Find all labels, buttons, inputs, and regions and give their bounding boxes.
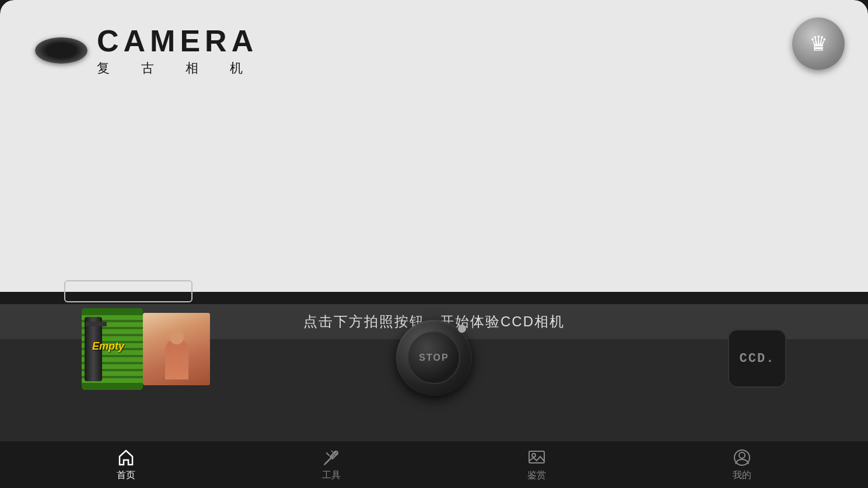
- film-bottom-sprockets: [82, 383, 143, 390]
- camera-lens-icon: [35, 37, 88, 64]
- film-canister-top: [86, 322, 107, 326]
- camera-view: CAMERA 复 古 相 机 ♛: [0, 0, 868, 292]
- premium-button[interactable]: ♛: [792, 18, 845, 70]
- home-icon: [117, 448, 135, 467]
- empty-label: Empty: [92, 340, 124, 353]
- nav-label-home: 首页: [117, 469, 135, 482]
- crown-icon: ♛: [809, 33, 828, 54]
- app-title: CAMERA: [97, 23, 258, 58]
- capture-button[interactable]: STOP: [396, 320, 472, 396]
- film-top-sprockets: [82, 308, 143, 315]
- nav-bar: 首页 工具 鉴赏: [0, 441, 868, 488]
- capture-outer: STOP: [396, 320, 472, 396]
- gallery-icon: [527, 448, 546, 467]
- film-roll: Empty: [82, 308, 210, 390]
- logo-text: CAMERA 复 古 相 机: [97, 23, 258, 77]
- app-subtitle: 复 古 相 机: [97, 60, 258, 77]
- capture-dot: [458, 325, 466, 333]
- nav-item-tools[interactable]: 工具: [308, 448, 355, 482]
- svg-point-4: [739, 452, 745, 458]
- film-strip-left: Empty: [82, 308, 143, 390]
- logo-area: CAMERA 复 古 相 机: [35, 23, 258, 77]
- bottom-toolbar: Empty STOP CCD.: [0, 339, 868, 441]
- selector-bar[interactable]: [64, 280, 192, 302]
- capture-inner: STOP: [408, 332, 460, 384]
- tools-icon: [322, 448, 341, 467]
- film-image-right: [143, 313, 210, 385]
- svg-point-2: [532, 454, 536, 457]
- nav-item-profile[interactable]: 我的: [719, 448, 765, 482]
- stop-text: STOP: [419, 353, 449, 363]
- film-roll-container[interactable]: Empty: [82, 308, 210, 390]
- nav-item-gallery[interactable]: 鉴赏: [513, 448, 560, 482]
- film-photo: [143, 313, 210, 385]
- profile-icon: [733, 448, 751, 467]
- nav-label-tools: 工具: [322, 469, 341, 482]
- nav-label-profile: 我的: [733, 469, 751, 482]
- app-container: CAMERA 复 古 相 机 ♛ 点击下方拍照按钮，开始体验CCD相机: [0, 0, 868, 488]
- nav-item-home[interactable]: 首页: [103, 448, 149, 482]
- ccd-text: CCD.: [740, 351, 775, 366]
- nav-label-gallery: 鉴赏: [527, 469, 546, 482]
- ccd-button[interactable]: CCD.: [728, 329, 786, 388]
